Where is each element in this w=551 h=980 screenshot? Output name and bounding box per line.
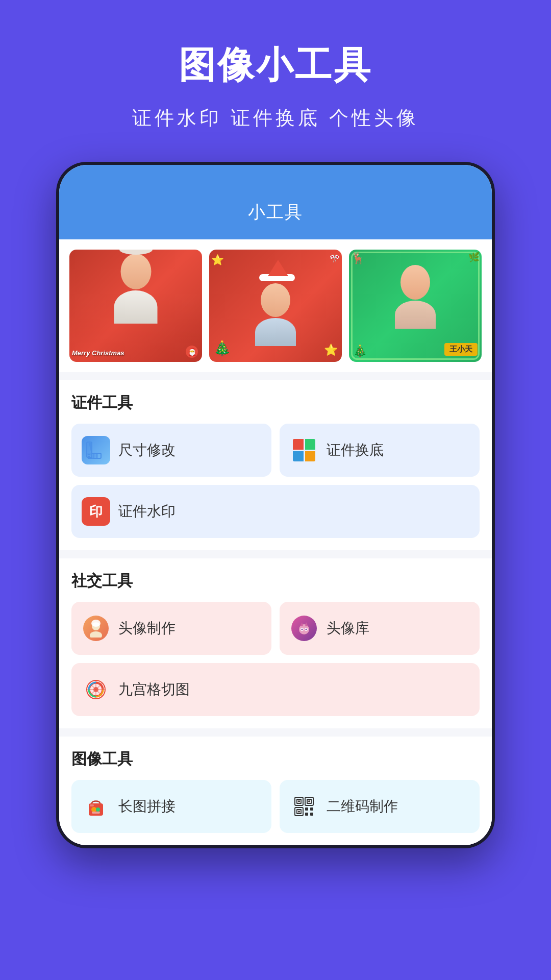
grid-cut-button[interactable]: 九宫格切图 — [71, 663, 480, 716]
ruler-svg — [85, 439, 107, 461]
tree-decoration: 🎄 — [213, 340, 231, 357]
svg-rect-42 — [310, 813, 313, 816]
svg-point-47 — [308, 800, 310, 802]
header-section: 图像小工具 证件水印 证件换底 个性头像 — [0, 0, 551, 162]
holly-right: 🌿 — [468, 252, 480, 263]
svg-point-20 — [306, 629, 307, 630]
cs-orange — [305, 451, 316, 462]
photo-1-person — [114, 254, 158, 324]
grid-cut-label: 九宫格切图 — [118, 680, 190, 699]
image-tools-grid: 长图拼接 — [71, 780, 480, 833]
carousel-item-1[interactable]: Merry Christmas 🎅 — [69, 250, 202, 362]
star-bottom: ⭐ — [324, 344, 338, 357]
color-squares — [293, 439, 315, 461]
merry-christmas-text: Merry Christmas — [72, 349, 124, 357]
qrcode-icon — [290, 792, 318, 821]
status-bar — [59, 165, 492, 190]
photo-2-bg: ⭐ 🎌 🎄 — [209, 250, 342, 362]
avatar-lib-button[interactable]: 头像库 — [280, 602, 480, 655]
svg-point-46 — [298, 800, 300, 802]
svg-marker-15 — [300, 622, 303, 626]
qr-svg — [293, 795, 315, 818]
cert-tools-section: 证件工具 — [59, 380, 492, 550]
svg-point-48 — [298, 811, 300, 813]
phone-inner: 小工具 — [59, 165, 492, 845]
resize-button[interactable]: 尺寸修改 — [71, 424, 271, 477]
watermark-label: 证件水印 — [118, 502, 176, 521]
svg-point-31 — [96, 807, 100, 812]
watermark-icon: 印 — [82, 497, 110, 526]
svg-point-30 — [91, 807, 96, 812]
social-tools-section: 社交工具 — [59, 558, 492, 728]
cs-green — [305, 439, 316, 450]
app-header: 小工具 — [59, 190, 492, 239]
santa-decoration: 🎅 — [186, 346, 198, 358]
subtitle: 证件水印 证件换底 个性头像 — [20, 105, 531, 131]
photo-3-person — [395, 265, 436, 329]
avatar-circle — [83, 616, 109, 641]
social-tools-grid: 头像制作 — [71, 602, 480, 716]
avatar-make-icon — [82, 614, 110, 643]
social-tools-title: 社交工具 — [71, 571, 480, 592]
name-tag: 王小天 — [444, 343, 478, 356]
resize-icon — [82, 436, 110, 464]
cert-tools-title: 证件工具 — [71, 393, 480, 413]
svg-rect-39 — [305, 807, 308, 811]
cert-tools-grid: 尺寸修改 证件换底 — [71, 424, 480, 538]
image-tools-title: 图像工具 — [71, 749, 480, 770]
avatar-make-button[interactable]: 头像制作 — [71, 602, 271, 655]
photo-2-person — [255, 260, 296, 346]
photo-3-bg: 🦌 🌿 王小天 🎄 — [349, 250, 482, 362]
cs-blue — [293, 451, 304, 462]
avatar-lib-icon — [290, 614, 318, 643]
avatar-make-label: 头像制作 — [118, 619, 176, 638]
svg-marker-16 — [305, 622, 308, 626]
svg-rect-29 — [90, 804, 94, 806]
avatar-lib-svg — [295, 619, 313, 638]
grid-cut-icon — [82, 675, 110, 704]
carousel-item-2[interactable]: ⭐ 🎌 🎄 — [209, 250, 342, 362]
xmas-tree-3: 🎄 — [353, 345, 367, 358]
carousel-section: Merry Christmas 🎅 ⭐ 🎌 — [59, 239, 492, 372]
cs-red — [293, 439, 304, 450]
shutter-svg — [85, 678, 107, 701]
long-img-button[interactable]: 长图拼接 — [71, 780, 271, 833]
star-decoration-1: ⭐ — [211, 254, 224, 266]
avatar-lib-label: 头像库 — [327, 619, 369, 638]
svg-point-11 — [90, 631, 102, 638]
svg-rect-41 — [305, 813, 308, 816]
bg-change-button[interactable]: 证件换底 — [280, 424, 480, 477]
svg-point-19 — [302, 629, 303, 630]
antler-left: 🦌 — [351, 252, 365, 265]
svg-rect-40 — [310, 807, 313, 811]
long-img-icon — [82, 792, 110, 821]
bg-change-label: 证件换底 — [327, 440, 384, 460]
avatar-svg — [87, 619, 105, 638]
image-tools-section: 图像工具 — [59, 737, 492, 845]
flag-decoration: 🎌 — [330, 254, 340, 263]
svg-point-27 — [93, 687, 98, 692]
long-img-label: 长图拼接 — [118, 797, 176, 816]
svg-rect-13 — [93, 623, 99, 626]
qrcode-label: 二维码制作 — [327, 797, 398, 816]
qrcode-button[interactable]: 二维码制作 — [280, 780, 480, 833]
svg-rect-32 — [92, 812, 100, 814]
app-content: Merry Christmas 🎅 ⭐ 🎌 — [59, 239, 492, 845]
phone-container: 小工具 — [56, 162, 495, 848]
longimg-svg — [85, 795, 107, 818]
watermark-button[interactable]: 印 证件水印 — [71, 485, 480, 538]
bg-change-icon — [290, 436, 318, 464]
avatar-lib-circle — [291, 616, 317, 641]
app-header-title: 小工具 — [248, 202, 303, 222]
carousel-item-3[interactable]: 🦌 🌿 王小天 🎄 — [349, 250, 482, 362]
resize-label: 尺寸修改 — [118, 440, 176, 460]
main-title: 图像小工具 — [20, 41, 531, 90]
photo-1-bg: Merry Christmas 🎅 — [69, 250, 202, 362]
